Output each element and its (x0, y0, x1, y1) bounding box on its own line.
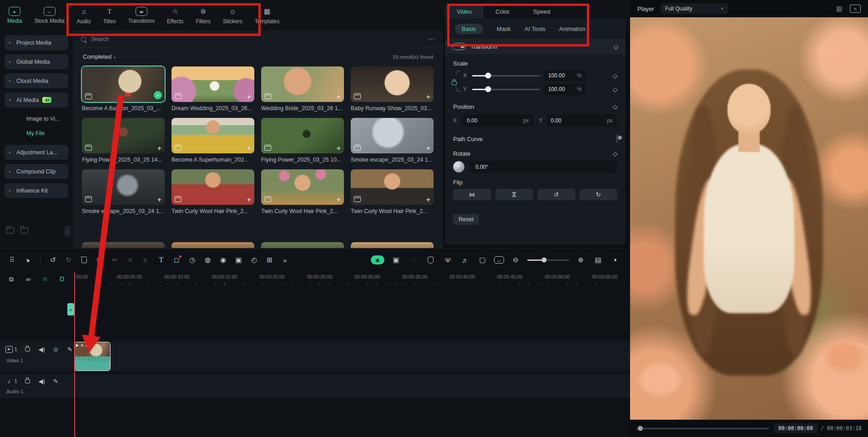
voiceover-record-icon[interactable]: Ψ (442, 255, 454, 265)
lock-track-icon[interactable] (24, 377, 31, 385)
split-icon[interactable]: ✂ (94, 255, 105, 265)
add-to-timeline-icon[interactable]: + (426, 145, 430, 152)
tab-color[interactable]: Color (484, 5, 521, 18)
subtab-animation[interactable]: Animation (559, 25, 585, 32)
tab-video[interactable]: Video (445, 5, 484, 18)
keyframe-diamond-icon[interactable]: ◇ (613, 150, 617, 157)
add-to-timeline-icon[interactable]: + (247, 93, 251, 101)
sidebar-item-ai-media[interactable]: ▾ AI Media AI (5, 92, 68, 107)
more-options-icon[interactable]: ⋯ (428, 35, 435, 43)
scopes-icon[interactable]: ∿ (850, 5, 861, 13)
bookmark-shield-icon[interactable] (425, 255, 436, 265)
timeline-clip[interactable]: ▶ B...com... (74, 342, 111, 371)
color-icon[interactable]: ◍ (202, 255, 213, 265)
redo-icon[interactable]: ↻ (63, 255, 74, 265)
voiceover-track-icon[interactable]: ✎ (52, 377, 60, 385)
media-item[interactable]: +Dream Wedding_2025_03_26... (172, 66, 254, 112)
add-to-timeline-icon[interactable]: + (426, 196, 430, 203)
add-to-timeline-icon[interactable]: + (247, 196, 251, 203)
audio-mixer-icon[interactable]: ♬ (459, 255, 471, 265)
media-thumbnail[interactable]: + (261, 118, 344, 153)
top-tab-stock-media[interactable]: ⌂Stock Media (35, 7, 65, 24)
lock-icon[interactable] (452, 81, 457, 85)
media-item[interactable]: +Twin Curly Wool Hair Pink_2... (261, 169, 344, 214)
playhead[interactable] (74, 272, 75, 437)
zoom-slider-handle[interactable] (541, 258, 546, 263)
scale-x-value[interactable]: 100.00 % (544, 70, 586, 81)
top-tab-titles[interactable]: TTitles (103, 6, 116, 25)
media-thumbnail[interactable]: + (172, 66, 254, 102)
audio-stretch-icon[interactable]: ♬ (140, 255, 151, 265)
subtab-ai-tools[interactable]: AI Tools (525, 25, 545, 32)
media-thumbnail[interactable]: + (172, 169, 254, 205)
media-item[interactable]: +Become A Superhuman_202... (172, 118, 254, 163)
quality-dropdown[interactable]: Full Quality ▾ (661, 3, 728, 14)
voiceover-track-icon[interactable]: ✎ (66, 346, 74, 353)
timer-icon[interactable]: ◴ (248, 255, 260, 265)
media-item[interactable]: ✓Become A Balloon_2025_03_... (82, 66, 165, 112)
keyframe-diamond-icon[interactable]: ◇ (614, 43, 618, 50)
rotate-dial[interactable] (453, 161, 464, 173)
zoom-in-icon[interactable]: ⊕ (575, 255, 586, 265)
add-to-timeline-icon[interactable]: + (157, 196, 161, 203)
keyframe-diamond-icon[interactable]: ◇ (613, 103, 617, 110)
filter-dropdown[interactable]: Completed▾ (83, 53, 116, 60)
sidebar-item-compound-clip[interactable]: ▸ Compound Clip (5, 164, 68, 179)
search-input[interactable] (90, 36, 365, 43)
slider-handle[interactable] (485, 86, 491, 92)
keyframe-diamond-icon[interactable]: ◇ (613, 86, 617, 93)
zoom-slider[interactable] (527, 259, 569, 261)
media-thumbnail[interactable]: + (261, 66, 344, 102)
add-to-timeline-icon[interactable]: + (337, 93, 341, 101)
attach-clip-icon[interactable]: ∞ (24, 275, 32, 283)
top-tab-effects[interactable]: ☆Effects (167, 6, 183, 25)
media-thumbnail[interactable]: + (82, 169, 165, 205)
media-item[interactable]: +Flying Power_2025_03_25 14... (82, 118, 165, 163)
media-layout-icon[interactable]: ⠿ (6, 255, 18, 265)
folder-open-icon[interactable] (20, 228, 28, 234)
sidebar-item-influence-kit[interactable]: ▸ Influence Kit (5, 183, 68, 198)
sidebar-item-adjustment-layer[interactable]: ▸ Adjustment La... (5, 145, 68, 160)
sidebar-item-my-file[interactable]: My File (0, 126, 73, 141)
media-thumbnail[interactable]: + (261, 169, 344, 205)
magnet-snap-icon[interactable]: Ω (58, 275, 66, 283)
jump-to-start-tab[interactable]: « (67, 303, 74, 315)
top-tab-filters[interactable]: ⊛Filters (196, 6, 211, 25)
zoom-to-fit-icon[interactable]: ⊞ (264, 255, 275, 265)
add-to-timeline-icon[interactable]: + (337, 145, 341, 152)
keyframe-diamond-icon[interactable]: ◇ (613, 72, 617, 79)
flip-vertical-button[interactable]: ⋈ (495, 189, 534, 200)
position-x-input[interactable]: 0.00 px (462, 114, 534, 127)
scale-y-slider[interactable] (472, 89, 540, 90)
mask-icon[interactable]: ◻ (171, 255, 182, 265)
top-tab-stickers[interactable]: ☺Stickers (223, 6, 242, 25)
video-preview[interactable] (630, 17, 868, 420)
position-y-input[interactable]: 0.00 px (546, 114, 618, 127)
render-preview-icon[interactable]: ◉ (371, 255, 384, 264)
track-manager-icon[interactable]: ▤ (592, 255, 604, 265)
rotate-ccw-button[interactable]: ↺ (537, 189, 575, 200)
add-to-timeline-icon[interactable]: + (426, 93, 430, 101)
reset-button[interactable]: Reset (453, 214, 479, 225)
folder-icon[interactable] (6, 228, 14, 234)
add-to-timeline-icon[interactable]: + (157, 145, 161, 152)
scale-y-value[interactable]: 100.00 % (544, 84, 586, 95)
clip-settings-icon[interactable]: ▢ (477, 255, 488, 265)
top-tab-audio[interactable]: ♫Audio (77, 6, 91, 25)
lock-track-icon[interactable] (24, 346, 31, 353)
subtab-mask[interactable]: Mask (497, 25, 511, 32)
delete-icon[interactable] (78, 255, 90, 265)
media-thumbnail[interactable]: + (351, 169, 434, 205)
seek-slider[interactable] (636, 428, 769, 429)
current-timecode[interactable]: 00:00:00:00 (774, 423, 818, 433)
sidebar-item-project-media[interactable]: ▸ Project Media (5, 35, 68, 50)
crop-icon[interactable]: ⌗ (125, 255, 136, 265)
media-item[interactable]: +Wedding Bride_2025_03_26 1... (261, 66, 344, 112)
media-item[interactable]: +Smoke escape_2025_03_24 1... (351, 118, 434, 163)
top-tab-media[interactable]: ▸Media (7, 7, 22, 24)
sidebar-item-global-media[interactable]: ▸ Global Media (5, 54, 68, 69)
track-manager-caret-icon[interactable]: ▾ (610, 255, 621, 265)
media-item-partial[interactable] (82, 242, 165, 248)
media-item[interactable]: +Baby Runway Show_2025_03... (351, 66, 434, 112)
speed-icon[interactable]: ◷ (187, 255, 198, 265)
